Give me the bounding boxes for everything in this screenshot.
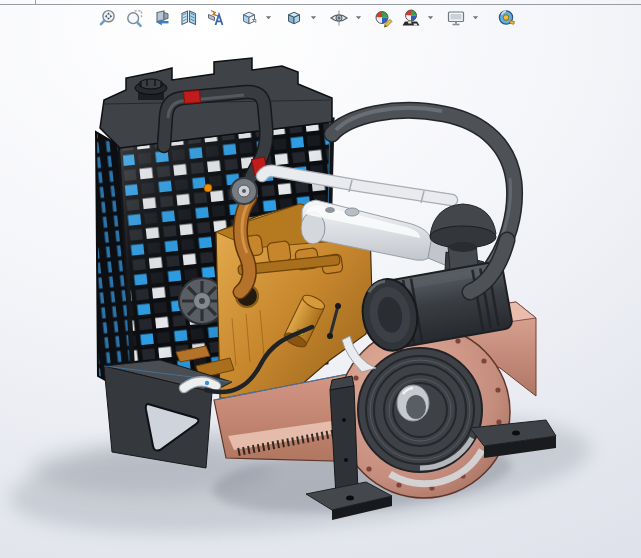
viewport-3d[interactable]	[0, 0, 641, 558]
marker-dot	[204, 184, 212, 192]
flywheel[interactable]	[358, 348, 482, 472]
cad-window	[0, 0, 641, 558]
radiator-filler-cap[interactable]	[135, 79, 167, 100]
hose-clamp	[184, 90, 201, 103]
turbocharger[interactable]	[231, 178, 257, 204]
